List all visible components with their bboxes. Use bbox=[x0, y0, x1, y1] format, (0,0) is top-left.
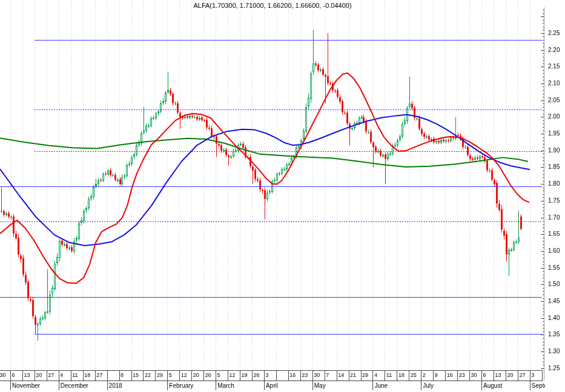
y-axis-label: 1.25 bbox=[548, 365, 565, 371]
x-axis-week-label: 12 bbox=[230, 372, 236, 378]
y-axis-label: 2.00 bbox=[548, 113, 565, 120]
y-axis-label: 1.30 bbox=[548, 348, 565, 354]
x-axis-line bbox=[349, 370, 349, 381]
x-axis-week-label: 26 bbox=[254, 372, 260, 378]
x-axis-month-label: September bbox=[532, 382, 545, 389]
x-axis-line bbox=[83, 370, 84, 381]
x-axis-line bbox=[433, 370, 434, 381]
x-axis-week-label: 20 bbox=[507, 372, 513, 378]
y-axis-label: 1.75 bbox=[548, 197, 565, 204]
x-axis-week-label: 26 bbox=[205, 372, 211, 378]
x-axis-line bbox=[0, 370, 543, 371]
x-axis-week-label: 18 bbox=[84, 372, 90, 378]
x-axis-week-label: 14 bbox=[338, 372, 344, 378]
x-axis-line bbox=[228, 370, 228, 381]
x-axis-week-label: 25 bbox=[411, 372, 417, 378]
x-axis-month-label: April bbox=[266, 382, 278, 389]
x-axis-line bbox=[203, 370, 204, 381]
x-axis-month-label: May bbox=[314, 382, 326, 389]
x-axis-line bbox=[47, 370, 47, 381]
x-axis-month-label: November bbox=[12, 382, 40, 389]
x-axis-line bbox=[59, 370, 59, 390]
x-axis-line bbox=[155, 370, 156, 381]
x-axis-month-label: August bbox=[483, 382, 502, 389]
x-axis-week-label: 30 bbox=[471, 372, 477, 378]
y-axis-label: 1.95 bbox=[548, 130, 565, 137]
x-axis-week-label: 5 bbox=[217, 372, 220, 378]
y-axis-label: 1.65 bbox=[548, 230, 565, 237]
x-axis-month-label: July bbox=[423, 382, 434, 389]
y-axis-label: 1.90 bbox=[548, 147, 565, 154]
x-axis-line bbox=[481, 370, 482, 390]
x-axis-line bbox=[421, 370, 421, 390]
x-axis-week-label: 4 bbox=[374, 372, 377, 378]
x-axis-month-label: February bbox=[169, 382, 193, 389]
x-axis-line bbox=[445, 370, 446, 381]
x-axis-month-label: June bbox=[375, 382, 388, 389]
x-axis-week-label: 15 bbox=[133, 372, 139, 378]
x-axis-line bbox=[22, 370, 23, 381]
x-axis-line bbox=[240, 370, 240, 381]
x-axis-line bbox=[35, 370, 35, 381]
x-axis-week-label: 22 bbox=[145, 372, 151, 378]
x-axis-line bbox=[494, 370, 494, 381]
x-axis-line bbox=[107, 370, 108, 390]
x-axis-week-label: 4 bbox=[60, 372, 63, 378]
x-axis-week-label: 19 bbox=[242, 372, 248, 378]
x-axis-week-label: 7 bbox=[326, 372, 329, 378]
x-axis-week-label: 3 bbox=[265, 372, 268, 378]
x-axis-week-label: 13 bbox=[24, 372, 30, 378]
x-axis-week-label: 21 bbox=[350, 372, 356, 378]
x-axis-line bbox=[179, 370, 180, 381]
y-axis-label: 1.50 bbox=[548, 281, 565, 287]
x-axis-month-label: 2018 bbox=[109, 382, 122, 389]
x-axis-line bbox=[276, 370, 277, 381]
x-axis-week-label: 27 bbox=[96, 372, 102, 378]
y-axis-label: 1.45 bbox=[548, 298, 565, 304]
y-axis-label: 2.20 bbox=[548, 47, 565, 53]
x-axis-week-label: 16 bbox=[447, 372, 453, 378]
x-axis-line bbox=[216, 370, 216, 390]
x-axis-week-label: 9 bbox=[435, 372, 438, 378]
x-axis-week-label: 27 bbox=[48, 372, 54, 378]
x-axis-week-label: 27 bbox=[519, 372, 525, 378]
x-axis-line bbox=[372, 370, 373, 390]
x-axis-week-label: 13 bbox=[495, 372, 501, 378]
x-axis-month-label: December bbox=[61, 382, 88, 389]
y-axis-label: 1.40 bbox=[548, 315, 565, 321]
x-axis-week-label: 29 bbox=[362, 372, 368, 378]
stock-chart-window: ALFA(1.70300, 1.71000, 1.66200, 1.66600,… bbox=[0, 0, 565, 392]
x-axis-week-label: 11 bbox=[72, 372, 78, 378]
x-axis-line bbox=[71, 370, 71, 381]
x-axis-line bbox=[530, 370, 530, 390]
x-axis-line bbox=[300, 370, 301, 381]
x-axis-line bbox=[518, 370, 518, 381]
x-axis-line bbox=[288, 370, 289, 381]
x-axis-week-label: 12 bbox=[181, 372, 187, 378]
x-axis-line bbox=[0, 381, 543, 381]
y-axis-label: 1.85 bbox=[548, 163, 565, 170]
x-axis-week-label: 23 bbox=[302, 372, 308, 378]
x-axis-line bbox=[312, 370, 313, 390]
y-axis-label: 1.55 bbox=[548, 264, 565, 271]
x-axis-line bbox=[506, 370, 506, 381]
x-axis-line bbox=[385, 370, 385, 381]
x-axis-week-label: 23 bbox=[459, 372, 465, 378]
x-axis-week-label: 20 bbox=[36, 372, 42, 378]
x-axis-week-label: 8 bbox=[121, 372, 124, 378]
x-axis-week-label: 3 bbox=[531, 372, 534, 378]
x-axis-line bbox=[252, 370, 253, 381]
y-axis-label: 1.35 bbox=[548, 331, 565, 338]
x-axis-line bbox=[95, 370, 96, 381]
x-axis-week-label: 16 bbox=[289, 372, 296, 378]
x-axis-week-label: 11 bbox=[386, 372, 392, 378]
x-axis-line bbox=[264, 370, 265, 390]
y-axis-label: 1.70 bbox=[548, 214, 565, 221]
x-axis-line bbox=[542, 370, 543, 381]
y-axis-label: 2.25 bbox=[548, 30, 565, 36]
x-axis-week-label: 29 bbox=[157, 372, 163, 378]
x-axis: 306November1320274December11182720188152… bbox=[0, 0, 545, 392]
x-axis-line bbox=[469, 370, 470, 381]
y-axis-label: 2.15 bbox=[548, 63, 565, 70]
y-axis-label: 1.60 bbox=[548, 247, 565, 254]
